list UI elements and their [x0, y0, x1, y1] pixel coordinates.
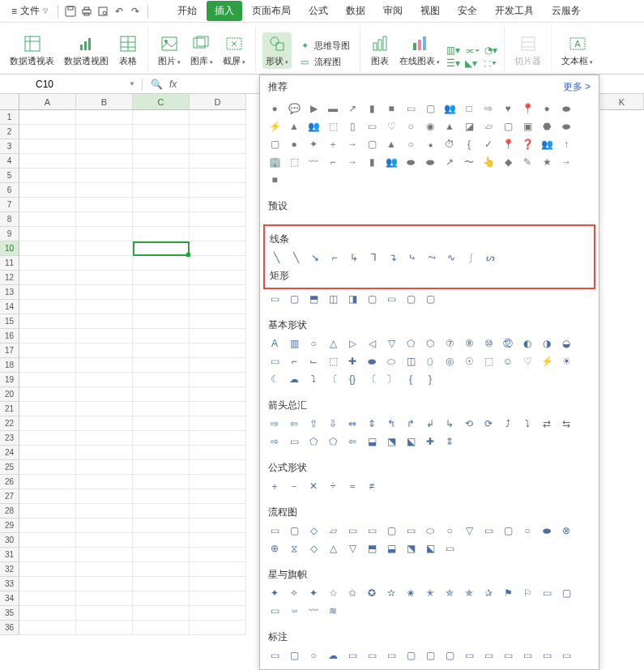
row-header[interactable]: 4 — [0, 154, 19, 169]
cell[interactable] — [19, 198, 76, 212]
chart-type-line-icon[interactable]: ⫘▾ — [465, 45, 480, 56]
cell[interactable] — [190, 344, 246, 358]
col-header-A[interactable]: A — [19, 94, 76, 110]
shape-item[interactable]: ★ — [540, 156, 553, 169]
cell[interactable] — [19, 416, 76, 431]
shape-item[interactable]: 🏢 — [268, 156, 281, 169]
shape-item[interactable]: ⬣ — [540, 120, 553, 133]
shape-item[interactable]: ○ — [404, 138, 417, 151]
shape-item[interactable]: ♡ — [385, 120, 398, 133]
shape-item[interactable]: ⬡ — [424, 337, 437, 350]
cell[interactable] — [76, 125, 133, 139]
shape-item[interactable]: 〕 — [385, 373, 398, 386]
shape-item[interactable]: ⟲ — [463, 417, 476, 430]
shape-item[interactable]: ○ — [443, 524, 456, 537]
cell[interactable] — [133, 198, 190, 212]
shape-item[interactable]: 👥 — [385, 156, 398, 169]
shape-item[interactable]: ▭ — [268, 667, 281, 670]
cell[interactable] — [76, 183, 133, 198]
online-chart-button[interactable]: 在线图表▾ — [396, 32, 443, 69]
col-header-B[interactable]: B — [76, 94, 133, 110]
shape-item[interactable]: ✰ — [482, 587, 495, 600]
print-preview-icon[interactable] — [96, 4, 110, 19]
row-header[interactable]: 1 — [0, 110, 19, 125]
cell[interactable] — [190, 271, 246, 285]
shape-item[interactable]: － — [288, 480, 301, 493]
shape-item[interactable]: ▭ — [560, 649, 573, 662]
row-header[interactable]: 33 — [0, 577, 19, 591]
shape-item[interactable]: ○ — [307, 337, 320, 350]
chevron-down-icon[interactable]: ▼ — [129, 80, 135, 87]
cell[interactable] — [19, 154, 76, 169]
shape-item[interactable]: ⑫ — [501, 337, 514, 350]
tab-insert[interactable]: 插入 — [207, 1, 242, 21]
shape-item[interactable]: ✚ — [424, 435, 437, 448]
cell[interactable] — [133, 621, 190, 635]
shape-item[interactable]: ⬓ — [385, 542, 398, 555]
shape-item[interactable]: ▭ — [385, 292, 398, 305]
cell[interactable] — [190, 125, 246, 139]
screenshot-button[interactable]: 截屏▾ — [220, 32, 249, 69]
cell[interactable] — [190, 227, 246, 241]
row-header[interactable]: 7 — [0, 198, 19, 212]
shape-item[interactable]: ⬒ — [365, 542, 378, 555]
cell[interactable] — [19, 431, 76, 446]
shape-item[interactable]: ⬥ — [424, 138, 437, 151]
shape-item[interactable]: { — [463, 138, 476, 151]
cell[interactable] — [133, 285, 190, 300]
shape-item[interactable]: ⬭ — [424, 524, 437, 537]
cell[interactable] — [190, 460, 246, 475]
shape-item[interactable]: ▭ — [404, 524, 417, 537]
shape-item[interactable]: ⬬ — [365, 355, 378, 368]
shape-item[interactable]: ⤳ — [425, 251, 438, 264]
row-header[interactable]: 5 — [0, 169, 19, 183]
shape-item[interactable]: ✫ — [385, 587, 398, 600]
cell[interactable] — [190, 606, 246, 621]
chart-type-bar-icon[interactable]: ☰▾ — [446, 58, 460, 69]
cell[interactable] — [19, 489, 76, 504]
shape-item[interactable]: ▭ — [443, 542, 456, 555]
row-header[interactable]: 27 — [0, 489, 19, 504]
shape-item[interactable]: → — [346, 156, 359, 169]
cell[interactable] — [76, 621, 133, 635]
cell[interactable] — [76, 431, 133, 446]
shape-item[interactable]: ⌐ — [288, 355, 301, 368]
shape-item[interactable]: ⟳ — [482, 417, 495, 430]
cell[interactable] — [76, 577, 133, 591]
shape-item[interactable]: ⇄ — [540, 417, 553, 430]
tab-developer[interactable]: 开发工具 — [487, 1, 542, 21]
cell[interactable] — [133, 314, 190, 329]
cell[interactable] — [19, 606, 76, 621]
shape-item[interactable]: ↳ — [348, 251, 360, 264]
shape-item[interactable]: ● — [268, 102, 281, 115]
shape-item[interactable]: ▭ — [482, 524, 495, 537]
cell[interactable] — [190, 591, 246, 606]
shape-item[interactable]: ✬ — [404, 587, 417, 600]
row-header[interactable]: 16 — [0, 329, 19, 344]
row-header[interactable]: 17 — [0, 344, 19, 358]
shape-item[interactable]: ▲ — [288, 120, 301, 133]
cell[interactable] — [76, 562, 133, 577]
cell[interactable] — [133, 329, 190, 344]
shape-item[interactable]: ⬬ — [424, 156, 437, 169]
cell[interactable] — [190, 533, 246, 548]
cell[interactable] — [76, 271, 133, 285]
tab-home[interactable]: 开始 — [169, 1, 205, 21]
shape-item[interactable]: ᔕ — [484, 251, 497, 264]
shape-item[interactable]: ⎃ — [288, 604, 301, 617]
cell[interactable] — [19, 621, 76, 635]
cell[interactable] — [19, 577, 76, 591]
shape-item[interactable]: ◪ — [463, 120, 476, 133]
table-button[interactable]: 表格 — [115, 32, 141, 69]
tab-cloud[interactable]: 云服务 — [544, 1, 589, 21]
shape-item[interactable]: ▣ — [521, 120, 534, 133]
cell[interactable] — [190, 562, 246, 577]
shape-item[interactable]: ▢ — [288, 649, 301, 662]
shape-item[interactable]: ≠ — [365, 480, 378, 493]
shape-item[interactable]: ⬬ — [540, 524, 553, 537]
cell[interactable] — [76, 606, 133, 621]
shape-item[interactable]: ✓ — [482, 138, 495, 151]
shape-item[interactable]: ▭ — [365, 649, 378, 662]
cell[interactable] — [133, 183, 190, 198]
cell[interactable] — [133, 241, 190, 256]
